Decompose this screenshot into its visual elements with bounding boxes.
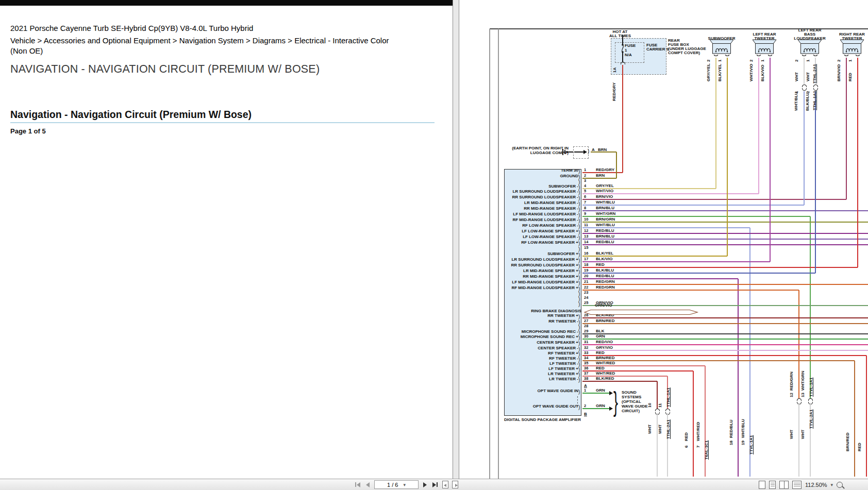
wire-color-label: BLK/VIO: [760, 65, 765, 81]
connector-pin-number: 19: [741, 441, 745, 445]
speaker-pin-number: 2: [837, 60, 841, 62]
previous-page-button[interactable]: [365, 481, 371, 488]
pin-label: MICROPHONE SOUND REC -: [496, 329, 578, 334]
pin-number: 11: [584, 223, 588, 227]
wire-color-label: WHT/RED: [596, 371, 615, 376]
fuse-wire-color: RED/GRY: [612, 82, 616, 101]
wire-color-label: RED: [848, 73, 853, 81]
wire-color-label: BLK/BLU: [596, 268, 614, 273]
sound-system-note: WAVE GUIDE: [622, 404, 648, 409]
wire-color-label: BRN/VIO: [596, 194, 613, 199]
pin-label: RR SURROUND LOUDSPEAKER -: [496, 195, 578, 199]
wire-color-label: GRY/YEL: [706, 63, 711, 81]
wire-horizontal: [582, 305, 868, 306]
wire-color-label: WHT: [658, 425, 662, 434]
wire-horizontal: [582, 205, 804, 206]
connector-pin-number: 13: [800, 393, 805, 397]
connector-id: TTVL-2A1: [809, 410, 813, 429]
pin-label: RR MID-RANGE SPEAKER -: [496, 206, 578, 211]
first-page-button[interactable]: [354, 481, 361, 488]
pin-bracket: ): [578, 275, 580, 280]
pin-label: MICROPHONE SOUND REC +: [496, 334, 578, 339]
fuse-number: 1: [625, 48, 627, 53]
pin-label: CENTER SPEAKER +: [496, 340, 578, 345]
page-number-input[interactable]: 1 / 6 ▾: [374, 480, 419, 489]
speaker-pin-number: 2: [706, 60, 711, 62]
two-page-scrolling-view-icon[interactable]: [792, 481, 802, 489]
wire-vertical: [770, 58, 771, 262]
pin-bracket: ): [578, 235, 580, 241]
pin-number: 8: [584, 206, 586, 210]
wire-vertical: [857, 58, 858, 267]
zoom-out-icon[interactable]: [837, 482, 843, 488]
wire-vertical: [798, 403, 799, 477]
arrow-icon: [609, 391, 613, 395]
hot-at-label: ALL TIMES: [605, 33, 636, 38]
wire-horizontal: [582, 376, 667, 377]
pin-number: 3: [584, 178, 586, 183]
connector-letter: B: [584, 412, 587, 416]
wire-color-label: BRN/RED: [596, 318, 614, 323]
pin-number: 33: [584, 350, 588, 355]
previous-view-icon[interactable]: [442, 481, 448, 488]
wire-color-label: WHT/GRN: [800, 371, 805, 391]
wire-horizontal: [582, 244, 868, 245]
page-dropdown-caret-icon[interactable]: ▾: [403, 482, 406, 487]
pin-number: 32: [584, 345, 588, 350]
wire-color-label: BRN/GRN: [596, 217, 615, 222]
pin-label: RR SURROUND LOUDSPEAKER +: [496, 263, 578, 267]
wire-vertical: [657, 413, 658, 477]
single-page-view-icon[interactable]: [759, 481, 765, 489]
pin-bracket: ): [578, 341, 580, 346]
wire-horizontal: [582, 199, 846, 200]
pin-number: 34: [584, 356, 588, 360]
two-page-view-icon[interactable]: [779, 481, 789, 489]
pin-number: 35: [584, 361, 588, 365]
previous-page-icon: [366, 482, 370, 487]
pin-number: 17: [584, 257, 588, 261]
pin-number: 13: [584, 234, 588, 239]
pin-bracket: ): [578, 269, 580, 275]
wire-horizontal: [582, 222, 868, 223]
sound-system-note: SOUND: [622, 390, 637, 395]
fuse-carrier-label: CARRIER 9: [646, 47, 669, 52]
speaker-pin-number: 1: [717, 60, 722, 62]
connector-id: T6AL-1C1: [704, 441, 709, 460]
inline-connector: [802, 88, 807, 91]
pin-number: 31: [584, 340, 588, 344]
wire-vertical: [738, 279, 739, 477]
pin-number: 20: [584, 274, 588, 278]
pin-bracket: ): [578, 196, 580, 201]
off-page-arrow: [583, 308, 699, 314]
next-view-icon[interactable]: [452, 481, 458, 488]
connector-pin-number: 7: [696, 446, 700, 448]
ring-brake-label: RING BRAKE DIAGNOSIS: [499, 309, 581, 313]
pin-number: 24: [584, 295, 588, 300]
wire-color-label: WHT/VIO: [749, 64, 754, 81]
pin-number: 29: [584, 329, 588, 333]
connector-id: TTHL-2A1: [812, 64, 817, 83]
speaker-pin-number: 2: [794, 60, 799, 62]
wire-horizontal: [582, 233, 868, 234]
wire-color-label: WHT/GRN: [596, 211, 615, 216]
wire-horizontal: [582, 333, 868, 334]
pin-number: 28: [584, 324, 588, 328]
zoom-dropdown-caret-icon[interactable]: ▾: [831, 482, 833, 487]
zoom-level[interactable]: 112.50%: [805, 482, 827, 488]
pin-number: 12: [584, 228, 588, 233]
connector-pin-number: 10: [647, 403, 652, 408]
rear-fuse-box-label: COMPT COVER): [668, 50, 700, 55]
pin-number: 7: [584, 200, 586, 205]
pin-number: 18: [584, 262, 588, 267]
last-page-button[interactable]: [431, 481, 439, 488]
wire-horizontal: [582, 290, 799, 291]
pin-number: 2: [584, 403, 586, 408]
wire-color-label: BLK/YEL: [596, 251, 613, 256]
next-page-button[interactable]: [422, 481, 428, 488]
scrolling-view-icon[interactable]: [769, 481, 776, 489]
wire-horizontal: [582, 360, 855, 361]
pin-number: 22: [584, 285, 588, 290]
wire-color-label: WHT/RED: [596, 361, 615, 365]
wire-vertical: [727, 58, 728, 256]
wire-color-label: BRN/BLU: [596, 234, 614, 239]
